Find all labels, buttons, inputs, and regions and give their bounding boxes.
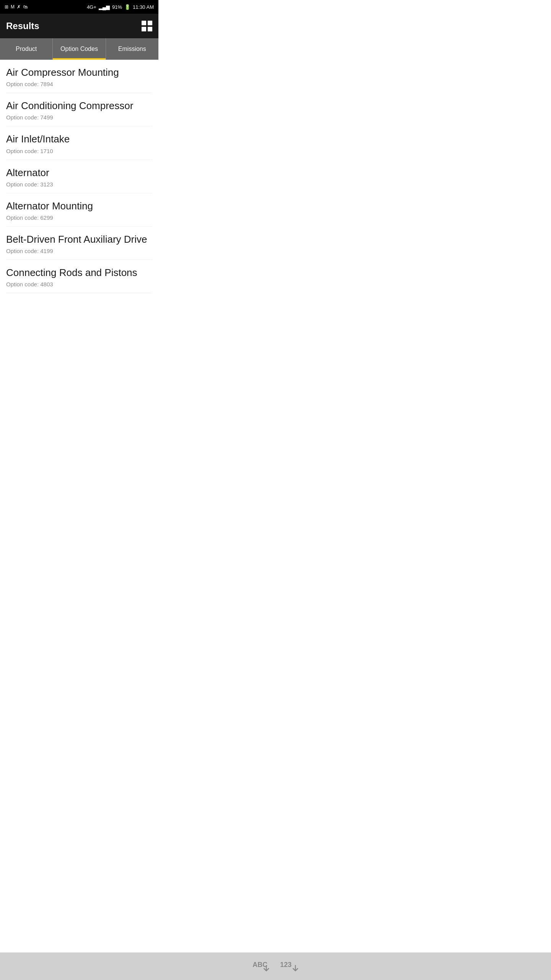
header: Results: [0, 14, 158, 38]
time-text: 11:30 AM: [133, 4, 154, 10]
list-item[interactable]: Alternator Mounting Option code: 6299: [6, 193, 152, 227]
item-title: Connecting Rods and Pistons: [6, 267, 152, 279]
status-icons: ⊞ M ✗ 🛍: [5, 4, 28, 10]
code-label: Option code:: [6, 114, 39, 121]
item-title: Alternator Mounting: [6, 200, 152, 212]
signal-text: 4G+: [87, 4, 96, 10]
list-item[interactable]: Air Conditioning Compressor Option code:…: [6, 93, 152, 126]
bag-icon: 🛍: [23, 4, 28, 10]
list-item[interactable]: Air Compressor Mounting Option code: 789…: [6, 60, 152, 93]
tab-product-label: Product: [16, 46, 37, 52]
signal-bars: ▂▄▆: [99, 4, 110, 10]
list-item[interactable]: Air Inlet/Intake Option code: 1710: [6, 126, 152, 160]
item-title: Air Conditioning Compressor: [6, 100, 152, 112]
grid-cell-3: [142, 27, 146, 31]
code-value: 4199: [40, 248, 53, 254]
status-right: 4G+ ▂▄▆ 91% 🔋 11:30 AM: [87, 4, 154, 10]
item-code: Option code: 7894: [6, 81, 152, 87]
grid-cell-4: [148, 27, 152, 31]
item-title: Belt-Driven Front Auxiliary Drive: [6, 234, 152, 245]
item-title: Air Inlet/Intake: [6, 133, 152, 145]
results-list: Air Compressor Mounting Option code: 789…: [0, 60, 158, 293]
code-value: 3123: [40, 181, 53, 188]
item-code: Option code: 3123: [6, 181, 152, 188]
code-label: Option code:: [6, 181, 39, 188]
tab-option-codes-label: Option Codes: [60, 46, 98, 52]
mail-icon: M: [11, 4, 15, 10]
item-title: Air Compressor Mounting: [6, 67, 152, 78]
code-value: 1710: [40, 148, 53, 154]
code-label: Option code:: [6, 281, 39, 287]
tab-product[interactable]: Product: [0, 38, 53, 60]
list-item[interactable]: Connecting Rods and Pistons Option code:…: [6, 260, 152, 293]
code-label: Option code:: [6, 214, 39, 221]
battery-text: 91%: [112, 4, 122, 10]
item-code: Option code: 4199: [6, 248, 152, 254]
code-label: Option code:: [6, 81, 39, 87]
code-label: Option code:: [6, 248, 39, 254]
tabs-container: Product Option Codes Emissions: [0, 38, 158, 60]
grid-cell-2: [148, 21, 152, 25]
code-value: 6299: [40, 214, 53, 221]
list-item[interactable]: Alternator Option code: 3123: [6, 160, 152, 193]
code-value: 7894: [40, 81, 53, 87]
image-icon: ⊞: [5, 4, 8, 10]
code-label: Option code:: [6, 148, 39, 154]
page-title: Results: [6, 21, 39, 31]
item-code: Option code: 6299: [6, 214, 152, 221]
status-bar: ⊞ M ✗ 🛍 4G+ ▂▄▆ 91% 🔋 11:30 AM: [0, 0, 158, 14]
item-code: Option code: 4803: [6, 281, 152, 287]
tab-emissions-label: Emissions: [118, 46, 146, 52]
tab-emissions[interactable]: Emissions: [106, 38, 158, 60]
grid-cell-1: [142, 21, 146, 25]
item-code: Option code: 1710: [6, 148, 152, 154]
item-title: Alternator: [6, 167, 152, 179]
code-value: 7499: [40, 114, 53, 121]
grid-view-button[interactable]: [142, 21, 152, 31]
battery-icon: 🔋: [124, 4, 130, 10]
code-value: 4803: [40, 281, 53, 287]
tab-option-codes[interactable]: Option Codes: [53, 38, 106, 60]
list-item[interactable]: Belt-Driven Front Auxiliary Drive Option…: [6, 227, 152, 260]
item-code: Option code: 7499: [6, 114, 152, 121]
missed-call-icon: ✗: [17, 4, 21, 10]
